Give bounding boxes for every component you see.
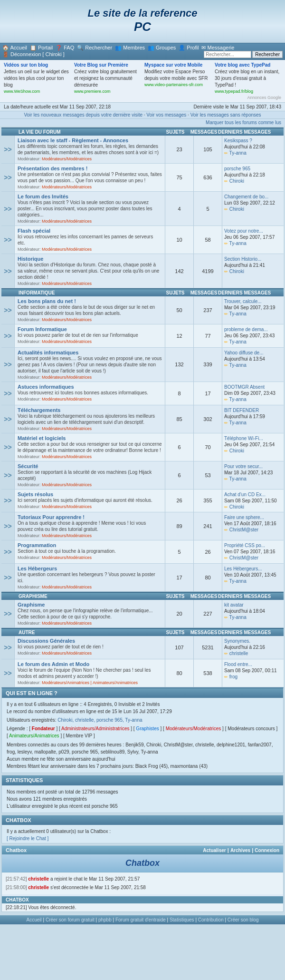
forum-title-link[interactable]: Sécurité — [18, 463, 38, 469]
forum-last-title[interactable]: Synonymes. — [224, 638, 250, 644]
forum-last-title[interactable]: Flood entre... — [224, 662, 252, 667]
no-reply-link[interactable]: Voir les messages sans réponses — [190, 112, 261, 118]
nav-portail[interactable]: 📋 Portail — [30, 45, 53, 51]
forum-last-user-link[interactable]: Chiroki — [229, 504, 244, 510]
forum-last-title[interactable]: Votez pour notre... — [224, 228, 263, 234]
footer-forum-aide[interactable]: Forum gratuit d'entraide — [115, 917, 166, 922]
forum-title-link[interactable]: Astuces informatiques — [18, 384, 74, 390]
forum-mod-link[interactable]: Modérateurs/Animatrices | Animateurs/Ani… — [42, 680, 138, 685]
forum-last-user-link[interactable]: Ty-anna — [229, 311, 247, 316]
forum-title[interactable]: Programmation — [18, 542, 162, 548]
forum-last-title[interactable]: Changement de bo... — [224, 194, 268, 199]
forum-title-link[interactable]: Actualités informatiques — [18, 350, 78, 355]
footer-creer-blog[interactable]: Créer son blog — [228, 917, 259, 922]
nav-accueil[interactable]: 🏠 Accueil — [2, 45, 27, 51]
forum-title[interactable]: Le forum des Invités — [18, 194, 162, 199]
forum-title[interactable]: Le forum des Admin et Modo — [18, 661, 162, 667]
nav-groupes[interactable]: 👥 Groupes — [148, 45, 176, 51]
forum-last-user-link[interactable]: Chiroki — [229, 448, 244, 453]
search-input[interactable] — [204, 51, 251, 58]
nav-messagerie[interactable]: ✉ Messagerie — [201, 45, 234, 51]
forum-title[interactable]: Graphisme — [18, 602, 162, 608]
forum-title[interactable]: Téléchargements — [18, 407, 162, 413]
forum-title-link[interactable]: Historique — [18, 256, 43, 262]
forum-last-user-link[interactable]: Ty-anna — [229, 339, 247, 344]
forum-title[interactable]: Sécurité — [18, 463, 162, 469]
chatbox-archives-link[interactable]: Archives — [230, 848, 250, 853]
chatbox-actualiser-link[interactable]: Actualiser — [203, 848, 226, 853]
forum-last-user-link[interactable]: frog — [229, 674, 238, 679]
forum-mod-link[interactable]: Modérateurs/Modératrices — [42, 426, 92, 431]
forum-mod-link[interactable]: Modérateurs/Modératrices — [42, 533, 92, 538]
forum-title[interactable]: Liaison avec le staff - Règlement - Anno… — [18, 137, 162, 143]
nav-deconnexion[interactable]: 🚪 Déconnexion [ Chiroki ] — [2, 51, 65, 58]
forum-last-user-link[interactable]: christelle — [229, 651, 248, 656]
forum-last-user-link[interactable]: Ty-anna — [229, 420, 247, 425]
forum-mod-link[interactable]: Modérateurs/Modératrices — [42, 555, 92, 560]
my-messages-link[interactable]: Voir vos messages — [146, 112, 186, 118]
forum-mod-link[interactable]: Modérateurs/Modératrices — [42, 317, 92, 322]
forum-mod-link[interactable]: Modérateurs/Modératrices — [42, 219, 92, 224]
forum-mod-link[interactable]: Modérateurs/Modératrices — [42, 185, 92, 189]
forum-title[interactable]: Sujets résolus — [18, 491, 162, 497]
footer-accueil[interactable]: Accueil — [27, 917, 42, 922]
forum-last-title[interactable]: Les Hébergeurs... — [224, 566, 262, 571]
forum-mod-link[interactable]: Modérateurs/Modératrices — [42, 504, 92, 509]
forum-last-user-link[interactable]: Chiroki — [229, 206, 244, 212]
forum-title-link[interactable]: Le forum des Admin et Modo — [18, 661, 89, 667]
forum-title-link[interactable]: Les bons plans du net ! — [18, 298, 76, 304]
nav-membres[interactable]: 👥 Membres — [115, 45, 145, 51]
forum-last-title[interactable]: Pour votre secur... — [224, 464, 263, 469]
forum-mod-link[interactable]: Modérateurs/Modératrices — [42, 397, 92, 402]
ad-title-3[interactable]: Myspace sur votre Mobile — [144, 62, 211, 69]
join-chat-link[interactable]: [ Rejoindre le Chat ] — [7, 836, 48, 841]
forum-title-link[interactable]: Programmation — [18, 542, 56, 548]
forum-title[interactable]: Astuces informatiques — [18, 384, 162, 390]
forum-last-title[interactable]: Kesikspass ? — [224, 138, 252, 143]
forum-last-user-link[interactable]: Chiroki — [229, 178, 244, 184]
forum-title-link[interactable]: Liaison avec le staff - Règlement - Anno… — [18, 137, 128, 143]
forum-title-link[interactable]: Matériel et logiciels — [18, 435, 66, 441]
forum-last-title[interactable]: Trouver, calcule... — [224, 299, 262, 304]
forum-mod-link[interactable]: Modérateurs/Modératrices — [42, 621, 92, 626]
forum-last-title[interactable]: BIT DEFENDER — [224, 408, 259, 413]
nav-faq[interactable]: ❓ FAQ — [56, 45, 74, 51]
footer-creer-forum[interactable]: Créer son forum gratuit — [46, 917, 95, 922]
forum-last-user-link[interactable]: ChristM@ster — [229, 527, 258, 532]
forum-mod-link[interactable]: Modérateurs/Modératrices — [42, 585, 92, 589]
forum-last-user-link[interactable]: Ty-anna — [229, 615, 247, 620]
forum-mod-link[interactable]: Modérateurs/Modératrices — [42, 247, 92, 252]
forum-last-title[interactable]: Achat d'un CD Ex... — [224, 492, 266, 497]
forum-title[interactable]: Les Hébergeurs — [18, 566, 162, 571]
online-users-link[interactable]: Chiroki, christelle, porsche 965, Ty-ann… — [57, 717, 142, 723]
forum-last-title[interactable]: kit avatar — [224, 602, 244, 608]
forum-mod-link[interactable]: Modérateurs/Modératrices — [42, 339, 92, 344]
forum-title[interactable]: Discussions Générales — [18, 638, 162, 644]
footer-contribution[interactable]: Contribution — [198, 917, 224, 922]
forum-mod-link[interactable]: Modérateurs/Modératrices — [42, 281, 92, 286]
forum-last-title[interactable]: Faire une sphere... — [224, 515, 264, 520]
forum-mod-link[interactable]: Modérateurs/Modératrices — [42, 375, 92, 380]
forum-last-title[interactable]: BOOTMGR Absent — [224, 384, 265, 390]
forum-last-user-link[interactable]: Ty-anna — [229, 241, 247, 246]
new-messages-link[interactable]: Voir les nouveaux messages depuis votre … — [24, 112, 142, 118]
forum-mod-link[interactable]: Modérateurs/Modératrices — [42, 482, 92, 487]
ad-title-4[interactable]: Votre blog avec TypePad — [215, 62, 281, 69]
forum-title[interactable]: Actualités informatiques — [18, 350, 162, 355]
forum-title-link[interactable]: Flash spécial — [18, 228, 50, 234]
forum-last-user-link[interactable]: Ty-anna — [229, 476, 247, 481]
nav-rechercher[interactable]: 🔍 Rechercher — [77, 45, 112, 51]
forum-last-title[interactable]: Téléphone Wi-Fi... — [224, 436, 263, 441]
forum-title[interactable]: Les bons plans du net ! — [18, 298, 162, 304]
forum-title-link[interactable]: Tutoriaux Pour apprendre ! — [18, 514, 85, 520]
forum-title-link[interactable]: Présentation des membres ! — [18, 166, 87, 171]
search-button[interactable]: Rechercher — [252, 51, 283, 58]
forum-mod-link[interactable]: Modérateurs/Modératrices — [42, 454, 92, 459]
ad-title-1[interactable]: Vidéos sur ton blog — [4, 62, 70, 69]
forum-title-link[interactable]: Graphisme — [18, 602, 45, 608]
chatbox-connexion-link[interactable]: Connexion — [255, 848, 279, 853]
nav-profil[interactable]: 👤 Profil — [179, 45, 199, 51]
forum-title[interactable]: Flash spécial — [18, 228, 162, 234]
forum-title[interactable]: Présentation des membres ! — [18, 166, 162, 171]
forum-mod-link[interactable]: Modérateurs/Modératrices — [42, 651, 92, 656]
